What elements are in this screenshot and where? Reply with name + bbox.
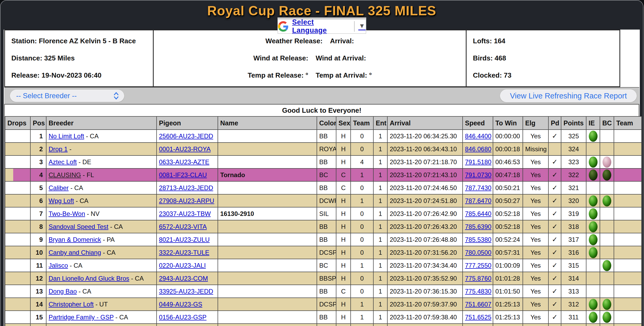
- cell-team: [351, 324, 373, 326]
- cell-ent: 1: [373, 298, 387, 311]
- cell-ie: [586, 259, 600, 272]
- cell-ie: [586, 207, 600, 220]
- breeder-link[interactable]: Sandoval Speed Test: [49, 223, 108, 230]
- cell-points: 323: [561, 155, 586, 168]
- pigeon-link[interactable]: 27908-AU23-ARPU: [159, 197, 214, 204]
- cell-elg: Yes: [523, 272, 548, 285]
- cell-team: 1: [351, 311, 373, 324]
- google-translate-widget[interactable]: Select Language ▼: [278, 17, 366, 34]
- column-header-bc: BC: [600, 116, 614, 130]
- breeder-link[interactable]: Two-Be-Won: [49, 210, 85, 217]
- speed-link[interactable]: 785.6390: [465, 223, 491, 230]
- breeder-link[interactable]: Dong Bao: [49, 288, 77, 295]
- speed-link[interactable]: 846.0680: [465, 145, 491, 153]
- cell-arrival: 2023-11-20 06:34:43.10: [387, 143, 463, 155]
- breeder-link[interactable]: Caliber: [49, 184, 69, 191]
- pigeon-link[interactable]: 8021-AU23-ZULU: [159, 236, 210, 243]
- cell-sex: H: [336, 272, 351, 285]
- speed-link[interactable]: 791.0730: [465, 171, 491, 178]
- speed-link[interactable]: 775.4830: [465, 288, 491, 295]
- pigeon-link[interactable]: 0081-IF23-CLAU: [159, 171, 207, 178]
- pigeon-link[interactable]: 0449-AU23-GS: [159, 301, 202, 308]
- pigeon-link[interactable]: 25606-AU23-JEDD: [159, 133, 213, 140]
- table-row: [5, 324, 642, 326]
- pigeon-link[interactable]: 3322-AU23-TULE: [159, 249, 209, 256]
- cell-team2: [614, 155, 642, 168]
- pigeon-link[interactable]: 6572-AU23-VITA: [159, 223, 207, 230]
- cell-team2: [614, 233, 642, 246]
- speed-link[interactable]: 777.2550: [465, 262, 491, 269]
- cell-drops: [5, 272, 30, 285]
- speed-link[interactable]: 791.5180: [465, 158, 491, 166]
- ie-status-orb-icon: [589, 157, 598, 168]
- speed-link[interactable]: 787.6470: [465, 197, 491, 204]
- breeder-link[interactable]: CLAUSING: [49, 171, 81, 178]
- pigeon-link[interactable]: 0001-AU23-ROYA: [159, 145, 211, 153]
- speed-link[interactable]: 785.6440: [465, 210, 491, 217]
- pigeon-link[interactable]: 2943-AU23-COM: [159, 275, 208, 282]
- cell-ent: 1: [373, 246, 387, 259]
- cell-ie: [586, 246, 600, 259]
- breeder-link[interactable]: Aztec Loft: [49, 158, 77, 166]
- pigeon-link[interactable]: 0156-AU23-GSP: [159, 314, 206, 321]
- cell-to-win: 00:00:00: [493, 130, 523, 143]
- cell-name: 16130-2910: [218, 207, 317, 220]
- cell-color: [317, 324, 336, 326]
- cell-pd: ✓: [548, 233, 561, 246]
- pigeon-link[interactable]: 33925-AU23-JEDD: [159, 288, 213, 295]
- breeder-link[interactable]: Christopher Loft: [49, 301, 94, 308]
- breeder-link[interactable]: Jalisco: [49, 262, 68, 269]
- speed-link[interactable]: 787.7430: [465, 184, 491, 191]
- cell-pos: 14: [30, 298, 46, 311]
- cell-team2: [614, 143, 642, 155]
- breeder-link[interactable]: Dan Lionello And Gluck Bros: [49, 275, 129, 282]
- cell-elg: Yes: [523, 207, 548, 220]
- cell-pigeon: 6572-AU23-VITA: [157, 220, 218, 233]
- speed-link[interactable]: 780.0500: [465, 249, 491, 256]
- cell-team2: [614, 194, 642, 207]
- column-header-speed: Speed: [463, 116, 493, 130]
- speed-link[interactable]: 751.6525: [465, 314, 491, 321]
- translate-dropdown-arrow-icon[interactable]: ▼: [358, 23, 366, 30]
- speed-link[interactable]: 785.5380: [465, 236, 491, 243]
- select-language-link[interactable]: Select Language: [292, 18, 350, 35]
- breeder-link[interactable]: Drop 1: [49, 145, 68, 153]
- view-live-report-button[interactable]: View Live Refreshing Race Report: [500, 89, 637, 102]
- pigeon-link[interactable]: 23037-AU23-TBW: [159, 210, 211, 217]
- pigeon-link[interactable]: 0633-AU23-AZTE: [159, 158, 209, 166]
- speed-link[interactable]: 751.6607: [465, 301, 491, 308]
- cell-drops: [5, 168, 30, 181]
- breeder-select[interactable]: -- Select Breeder --: [10, 90, 124, 102]
- cell-drops: [5, 259, 30, 272]
- cell-color: BB: [317, 155, 336, 168]
- breeder-suffix: - DE: [77, 158, 91, 166]
- cell-breeder: Dan Lionello And Gluck Bros - CA: [46, 272, 157, 285]
- breeder-link[interactable]: Bryan & Domenick: [49, 236, 101, 243]
- cell-name: [218, 259, 317, 272]
- speed-link[interactable]: 775.8760: [465, 275, 491, 282]
- cell-name: [218, 298, 317, 311]
- column-header-elg: Elg: [523, 116, 548, 130]
- breeder-link[interactable]: No Limit Loft: [49, 133, 84, 140]
- breeder-link[interactable]: Wpg Loft: [49, 197, 74, 204]
- cell-pos: 2: [30, 143, 46, 155]
- breeder-link[interactable]: Canby and Chiang: [49, 249, 101, 256]
- cell-to-win: 01:01:28: [493, 272, 523, 285]
- breeder-link[interactable]: Partridge Family - GSP: [49, 314, 114, 321]
- cell-name: [218, 194, 317, 207]
- cell-points: 318: [561, 220, 586, 233]
- cell-bc: [600, 143, 614, 155]
- cell-drops: [5, 194, 30, 207]
- column-header-pos: Pos: [30, 116, 46, 130]
- pigeon-link[interactable]: 0220-AU23-JALI: [159, 262, 206, 269]
- clocked-line: Clocked: 73: [473, 72, 613, 79]
- ie-status-orb-icon: [589, 234, 598, 245]
- cell-elg: [523, 324, 548, 326]
- speed-link[interactable]: 846.4400: [465, 133, 491, 140]
- cell-name: [218, 324, 317, 326]
- pigeon-link[interactable]: 28713-AU23-JEDD: [159, 184, 213, 191]
- cell-color: BBSP: [317, 272, 336, 285]
- cell-pigeon: 0001-AU23-ROYA: [157, 143, 218, 155]
- cell-arrival: 2023-11-20 07:21:18.70: [387, 155, 463, 168]
- cell-elg: Yes: [523, 168, 548, 181]
